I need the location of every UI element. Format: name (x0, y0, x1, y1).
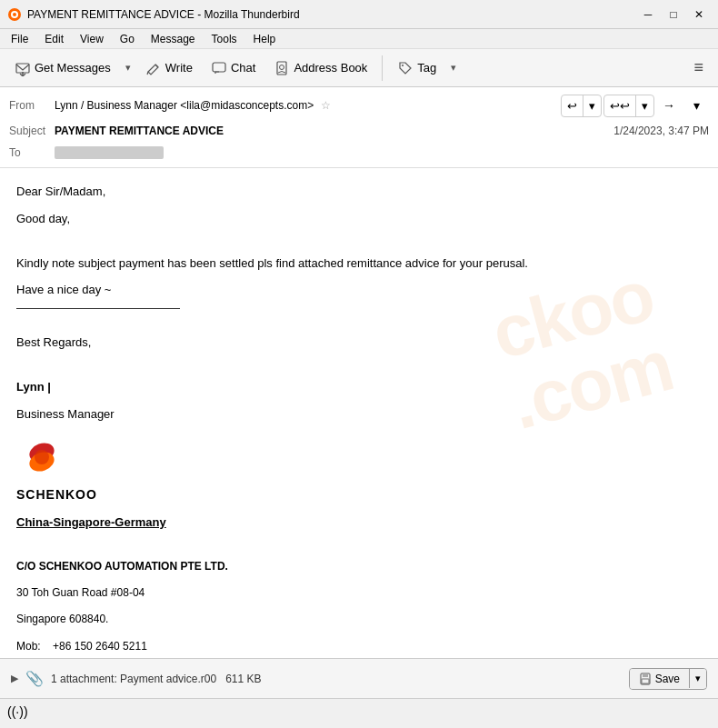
email-body: ckoo.com Dear Sir/Madam, Good day, Kindl… (0, 168, 718, 658)
svg-point-12 (35, 450, 49, 464)
write-button[interactable]: Write (138, 56, 200, 80)
address-book-label: Address Book (294, 61, 367, 75)
save-button[interactable]: Save (630, 669, 689, 689)
svg-line-4 (155, 65, 158, 67)
attachment-bar: ▶ 📎 1 attachment: Payment advice.r00 611… (0, 658, 718, 698)
app-icon (7, 7, 22, 22)
email-actions: ↩ ▾ ↩↩ ▾ → ▾ (561, 93, 709, 118)
to-label: To (9, 146, 55, 159)
chat-label: Chat (231, 61, 255, 75)
minimize-button[interactable]: ─ (636, 5, 660, 25)
to-value (55, 146, 164, 159)
tag-label: Tag (417, 61, 436, 75)
status-icon: ((·)) (7, 704, 28, 719)
write-icon (145, 60, 162, 76)
address-line1: 30 Toh Guan Road #08-04 (16, 584, 702, 602)
close-button[interactable]: ✕ (687, 5, 711, 25)
subject-row: Subject PAYMENT REMITTANCE ADVICE 1/24/2… (9, 120, 709, 142)
title-bar: PAYMENT REMITTANCE ADVICE - Mozilla Thun… (0, 0, 718, 29)
reply-dropdown[interactable]: ▾ (583, 95, 601, 116)
address-book-icon (274, 60, 290, 76)
status-bar: ((·)) (0, 698, 718, 723)
save-icon (639, 673, 652, 685)
sender-name: Lynn | (16, 378, 702, 396)
company-logo (16, 432, 66, 482)
company-tagline: China-Singapore-Germany (16, 514, 702, 532)
tag-icon (397, 60, 414, 76)
body-main: Kindly note subject payment has been set… (16, 254, 702, 273)
separator-line (16, 308, 180, 309)
chat-button[interactable]: Chat (204, 56, 263, 80)
paperclip-icon: 📎 (25, 670, 44, 687)
reply-all-button[interactable]: ↩↩ (604, 95, 635, 116)
toolbar: Get Messages ▾ Write Chat (0, 49, 718, 87)
svg-point-9 (402, 65, 404, 66)
more-actions-button[interactable]: ▾ (683, 93, 709, 118)
star-icon[interactable]: ☆ (321, 99, 331, 112)
get-messages-icon (15, 60, 31, 76)
svg-point-8 (280, 65, 284, 69)
company-details: C/O SCHENKOO AUTOMATION PTE LTD. 30 Toh … (16, 558, 702, 658)
get-messages-label: Get Messages (35, 61, 111, 75)
menu-edit[interactable]: Edit (37, 31, 71, 47)
address-line2: Singapore 608840. (16, 611, 702, 628)
chat-icon (211, 60, 227, 76)
menu-file[interactable]: File (4, 31, 35, 47)
to-row: To (9, 142, 709, 164)
reply-button[interactable]: ↩ (562, 95, 583, 116)
menu-go[interactable]: Go (113, 31, 142, 47)
greeting: Dear Sir/Madam, (16, 183, 702, 201)
address-book-button[interactable]: Address Book (266, 56, 374, 80)
from-row: From Lynn / Business Manager <lila@midas… (9, 91, 709, 120)
hamburger-menu-button[interactable]: ≡ (686, 55, 711, 81)
nice-day: Have a nice day ~ (16, 281, 702, 299)
best-regards: Best Regards, (16, 334, 702, 352)
svg-point-2 (13, 13, 16, 16)
get-messages-dropdown[interactable]: ▾ (122, 58, 135, 77)
toolbar-divider (382, 55, 383, 81)
svg-rect-6 (213, 63, 225, 72)
company-name: SCHENKOO (16, 485, 702, 504)
subject-label: Subject (9, 125, 55, 137)
menu-tools[interactable]: Tools (204, 31, 244, 47)
window-controls: ─ □ ✕ (636, 5, 711, 25)
from-label: From (9, 99, 55, 112)
svg-rect-15 (642, 679, 649, 683)
get-messages-button[interactable]: Get Messages (7, 56, 118, 80)
email-date: 1/24/2023, 3:47 PM (613, 125, 709, 137)
mobile-value: +86 150 2640 5211 (53, 640, 147, 653)
attachment-text: 1 attachment: Payment advice.r00 611 KB (51, 673, 622, 685)
write-label: Write (165, 61, 193, 75)
menu-help[interactable]: Help (246, 31, 284, 47)
svg-rect-14 (643, 673, 648, 677)
menu-message[interactable]: Message (144, 31, 203, 47)
mobile-label: Mob: (16, 640, 41, 653)
menu-view[interactable]: View (73, 31, 111, 47)
menu-bar: File Edit View Go Message Tools Help (0, 29, 718, 49)
subject-value: PAYMENT REMITTANCE ADVICE (55, 125, 224, 137)
good-day: Good day, (16, 210, 702, 228)
forward-button[interactable]: → (656, 93, 682, 118)
save-button-group: Save ▾ (629, 668, 707, 690)
reply-all-button-group: ↩↩ ▾ (603, 95, 654, 117)
reply-all-dropdown[interactable]: ▾ (636, 95, 653, 116)
tag-button[interactable]: Tag (390, 56, 444, 80)
email-header: From Lynn / Business Manager <lila@midas… (0, 87, 718, 168)
from-value: Lynn / Business Manager <lila@midasconce… (55, 99, 561, 112)
window-title: PAYMENT REMITTANCE ADVICE - Mozilla Thun… (27, 8, 636, 21)
attachment-size: 611 KB (225, 673, 261, 685)
maximize-button[interactable]: □ (662, 5, 685, 25)
mobile-line: Mob: +86 150 2640 5211 (16, 638, 702, 655)
company-full-name: C/O SCHENKOO AUTOMATION PTE LTD. (16, 558, 702, 575)
svg-rect-3 (16, 64, 29, 73)
sender-title: Business Manager (16, 405, 702, 424)
save-dropdown-button[interactable]: ▾ (689, 669, 706, 688)
svg-line-5 (147, 72, 148, 75)
tag-dropdown[interactable]: ▾ (447, 58, 460, 77)
reply-button-group: ↩ ▾ (561, 95, 602, 117)
expand-icon[interactable]: ▶ (11, 673, 18, 684)
